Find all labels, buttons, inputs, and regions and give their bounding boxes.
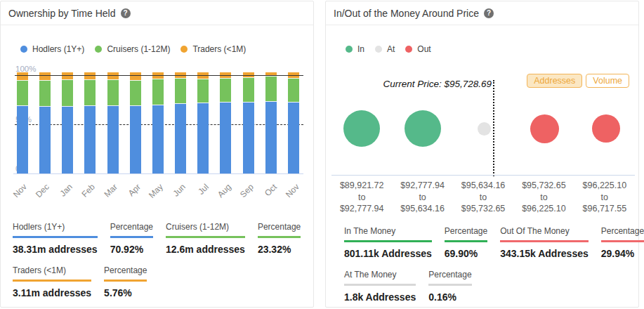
help-icon[interactable]: ? xyxy=(121,8,131,18)
x-tick-label-1-dec: Dec xyxy=(24,182,52,210)
bar-segment-cruisers-1-12m xyxy=(107,79,119,105)
bubble-in-0[interactable] xyxy=(343,110,380,147)
bar-segment-hodlers-1y xyxy=(288,102,299,174)
stat-hodlers-1y: Hodlers (1Y+)38.31m addresses xyxy=(13,222,98,255)
stat-value: 1.8k Addresses xyxy=(344,291,416,303)
page-title: Ownership by Time Held xyxy=(8,8,116,19)
range-from: $96,225.10 xyxy=(574,180,635,192)
bar-segment-hodlers-1y xyxy=(243,102,254,174)
current-price-dotted-line xyxy=(493,80,494,176)
x-tick-label-9-aug: Aug xyxy=(205,182,233,210)
x-tick-label-10-sep: Sep xyxy=(228,182,256,210)
stat-label: Percentage xyxy=(110,222,153,238)
stat-value: 0.16% xyxy=(428,291,471,303)
stacked-bar-1-dec[interactable] xyxy=(39,72,51,174)
ownership-panel-header: Ownership by Time Held ? xyxy=(1,1,313,25)
stacked-bar-9-aug[interactable] xyxy=(220,72,231,174)
stat-label: Percentage xyxy=(104,265,147,282)
stat-value: 3.11m addresses xyxy=(13,287,91,298)
stacked-bar-10-sep[interactable] xyxy=(243,72,254,174)
stat-value: 69.90% xyxy=(445,248,487,259)
x-tick-label-8-jul: Jul xyxy=(183,182,211,210)
stacked-bar-5-apr[interactable] xyxy=(130,72,141,174)
range-from: $95,634.16 xyxy=(453,180,513,192)
range-to: $95,732.65 xyxy=(453,203,513,215)
stat-in-the-money: In The Money801.11k Addresses xyxy=(344,226,432,259)
legend-item-hodlers-1y[interactable]: Hodlers (1Y+) xyxy=(20,44,84,54)
stat-value: 12.6m addresses xyxy=(166,244,245,255)
bar-segment-cruisers-1-12m xyxy=(39,80,51,106)
stacked-bar-6-may[interactable] xyxy=(152,72,164,174)
stat-label: Traders (<1M) xyxy=(13,265,91,282)
stacked-bar-2-jan[interactable] xyxy=(62,72,73,174)
stacked-bar-4-mar[interactable] xyxy=(107,72,119,174)
price-range-4: $96,225.10to$96,717.55 xyxy=(574,180,635,215)
stacked-bar-12-nov[interactable] xyxy=(288,72,299,174)
range-to-word: to xyxy=(574,192,635,204)
x-tick-label-0-nov: Nov xyxy=(1,182,29,210)
legend-item-cruisers-1-12m[interactable]: Cruisers (1-12M) xyxy=(95,44,170,54)
stat-out-of-the-money: Out Of The Money343.15k Addresses xyxy=(500,226,589,259)
ownership-stats: Hodlers (1Y+)38.31m addressesPercentage7… xyxy=(13,222,313,298)
stat-value: 29.94% xyxy=(601,248,644,259)
stat-percentage: Percentage0.16% xyxy=(428,270,471,303)
stat-row: Traders (<1M)3.11m addressesPercentage5.… xyxy=(13,265,313,298)
stat-percentage: Percentage29.94% xyxy=(601,226,644,259)
stacked-bar-11-oct[interactable] xyxy=(265,72,277,174)
x-tick-label-11-oct: Oct xyxy=(251,182,279,210)
stat-value: 38.31m addresses xyxy=(13,244,98,255)
bar-segment-hodlers-1y xyxy=(107,105,119,174)
bar-segment-cruisers-1-12m xyxy=(17,80,28,105)
stacked-bar-7-jun[interactable] xyxy=(175,72,186,174)
gridline-0pct-baseline xyxy=(13,173,303,174)
stat-value: 70.92% xyxy=(110,244,153,255)
in-out-stats: In The Money801.11k AddressesPercentage6… xyxy=(344,226,644,309)
stacked-bar-3-feb[interactable] xyxy=(84,72,96,174)
stat-label: Percentage xyxy=(445,226,487,242)
bubble-out-4[interactable] xyxy=(592,114,620,143)
price-range-0: $89,921.72to$92,777.94 xyxy=(331,180,392,215)
stat-cruisers-1-12m: Cruisers (1-12M)12.6m addresses xyxy=(166,222,245,255)
bubble-in-1[interactable] xyxy=(405,110,441,147)
range-from: $92,777.94 xyxy=(392,180,452,192)
x-tick-label-5-apr: Apr xyxy=(114,182,143,210)
bar-segment-cruisers-1-12m xyxy=(130,80,141,105)
x-tick-label-3-feb: Feb xyxy=(69,182,97,210)
price-range-labels: $89,921.72to$92,777.94$92,777.94to$95,63… xyxy=(331,180,635,215)
x-tick-label-4-mar: Mar xyxy=(92,182,120,210)
bar-segment-hodlers-1y xyxy=(265,101,277,174)
range-to-word: to xyxy=(331,192,392,204)
bubble-out-3[interactable] xyxy=(530,114,559,143)
x-tick-label-12-nov: Nov xyxy=(273,182,301,210)
bar-segment-cruisers-1-12m xyxy=(197,79,209,103)
stacked-bar-0-nov[interactable] xyxy=(17,72,28,174)
legend-item-traders-1m[interactable]: Traders (<1M) xyxy=(180,44,246,54)
stat-percentage: Percentage69.90% xyxy=(445,226,487,259)
bar-segment-hodlers-1y xyxy=(62,106,73,174)
stat-row: In The Money801.11k AddressesPercentage6… xyxy=(344,226,644,259)
bar-segment-hodlers-1y xyxy=(152,105,164,174)
ownership-legend: Hodlers (1Y+)Cruisers (1-12M)Traders (<1… xyxy=(20,44,313,54)
range-to-word: to xyxy=(453,192,513,204)
ownership-x-axis: NovDecJanFebMarAprMayJunJulAugSepOctNov xyxy=(15,174,303,204)
range-to: $96,225.10 xyxy=(513,203,574,215)
bar-segment-cruisers-1-12m xyxy=(243,77,254,103)
stacked-bar-8-jul[interactable] xyxy=(197,72,209,174)
stat-label: Out Of The Money xyxy=(500,226,589,242)
bar-segment-cruisers-1-12m xyxy=(62,79,73,105)
stat-value: 343.15k Addresses xyxy=(500,248,589,259)
legend-item-label: Cruisers (1-12M) xyxy=(107,44,170,54)
stat-percentage: Percentage70.92% xyxy=(110,222,153,255)
stat-label: Percentage xyxy=(258,222,301,238)
stat-percentage: Percentage5.76% xyxy=(104,265,147,298)
bubble-at-2[interactable] xyxy=(478,122,491,136)
addresses-toggle-button[interactable]: Addresses xyxy=(527,74,582,88)
bar-segment-cruisers-1-12m xyxy=(152,79,164,105)
volume-toggle-button[interactable]: Volume xyxy=(586,74,629,88)
x-tick-label-7-jun: Jun xyxy=(160,182,188,210)
x-tick-label-2-jan: Jan xyxy=(46,182,74,210)
legend-item-label: Traders (<1M) xyxy=(192,44,246,54)
dashboard: Ownership by Time Held ? Hodlers (1Y+)Cr… xyxy=(0,0,644,309)
range-from: $89,921.72 xyxy=(331,180,392,192)
bar-segment-traders-1m xyxy=(107,72,119,79)
